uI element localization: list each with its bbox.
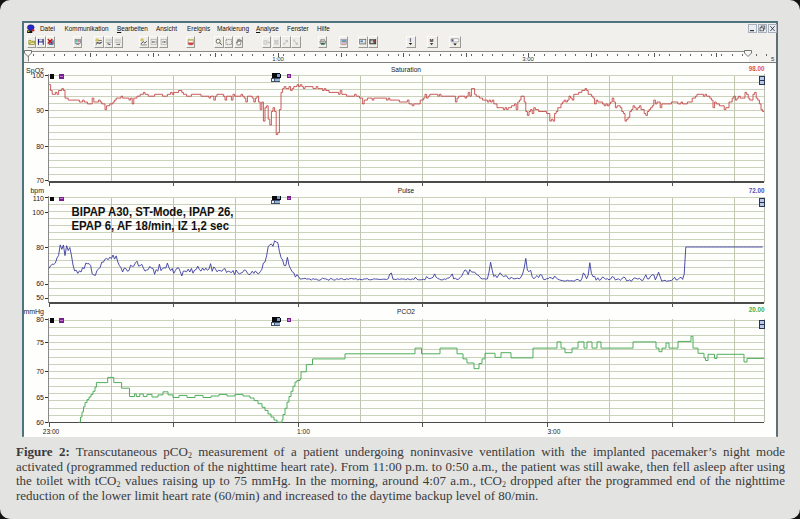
svg-text:I: I	[409, 38, 410, 43]
svg-text:50: 50	[36, 294, 44, 301]
svg-text:98.00: 98.00	[749, 65, 765, 72]
svg-text:110: 110	[33, 195, 44, 202]
svg-text:70: 70	[36, 177, 44, 184]
svg-text:mmHg: mmHg	[24, 308, 44, 316]
svg-text:PCO2: PCO2	[397, 308, 415, 315]
svg-text:60: 60	[36, 419, 44, 426]
svg-text:75: 75	[36, 339, 44, 346]
svg-text:65: 65	[36, 394, 44, 401]
svg-text:1:00: 1:00	[297, 428, 310, 435]
svg-text:72.00: 72.00	[749, 187, 765, 194]
svg-text:70: 70	[36, 368, 44, 375]
svg-text:20.00: 20.00	[749, 306, 765, 313]
svg-text:3:00: 3:00	[548, 428, 561, 435]
svg-text:Saturation: Saturation	[391, 66, 421, 73]
svg-text:Pulse: Pulse	[398, 187, 415, 194]
svg-text:90: 90	[36, 107, 44, 114]
svg-text:EPAP 6, AF 18/min, IZ 1,2 sec: EPAP 6, AF 18/min, IZ 1,2 sec	[72, 219, 230, 233]
svg-text:23:00: 23:00	[43, 428, 60, 435]
svg-text:60: 60	[36, 280, 44, 287]
svg-text:BIPAP A30, ST-Mode, IPAP 26,: BIPAP A30, ST-Mode, IPAP 26,	[72, 205, 234, 219]
svg-text:80: 80	[36, 143, 44, 150]
svg-text:100: 100	[32, 72, 44, 79]
svg-text:M: M	[430, 38, 434, 43]
svg-text:80: 80	[36, 316, 44, 323]
svg-text:80: 80	[36, 244, 44, 251]
svg-text:100: 100	[32, 209, 44, 216]
